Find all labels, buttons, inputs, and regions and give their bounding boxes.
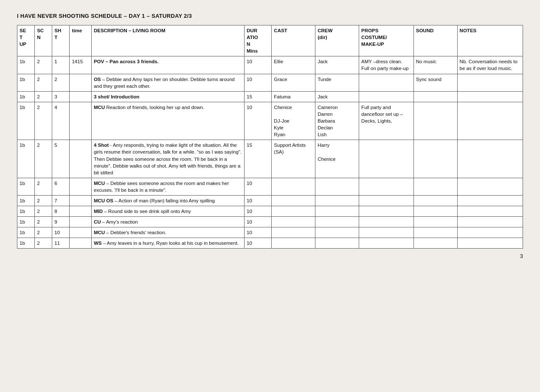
cell-sc-n: 2: [35, 195, 52, 206]
cell-description: MCU OS – Action of man (Ryan) falling in…: [91, 195, 244, 206]
cell-props: Full party and dancefloor set up –Decks,…: [359, 102, 414, 140]
cell-description: MID – Round side to see drink spill onto…: [91, 206, 244, 217]
cell-description: CU – Amy's reaction: [91, 217, 244, 227]
table-row: 1b 2 7 MCU OS – Action of man (Ryan) fal…: [17, 195, 523, 206]
cell-duration: 10: [245, 56, 272, 74]
cell-set-up: 1b: [17, 91, 35, 102]
cell-sc-n: 2: [35, 102, 52, 140]
cell-time: [70, 74, 91, 91]
cell-props: [359, 227, 414, 238]
cell-set-up: 1b: [17, 140, 35, 178]
cell-props: [359, 178, 414, 195]
cell-crew: Tunde: [315, 74, 359, 91]
cell-set-up: 1b: [17, 217, 35, 227]
cell-props: [359, 238, 414, 249]
cell-description: WS – Amy leaves in a hurry, Ryan looks a…: [91, 238, 244, 249]
cell-props: [359, 91, 414, 102]
cell-duration: 10: [245, 217, 272, 227]
cell-cast: Ellie: [272, 56, 315, 74]
cell-time: [70, 238, 91, 249]
table-row: 1b 2 4 MCU Reaction of friends, looking …: [17, 102, 523, 140]
cell-time: [70, 102, 91, 140]
cell-duration: 10: [245, 238, 272, 249]
header-description: DESCRIPTION – LIVING ROOM: [91, 25, 244, 56]
cell-sc-n: 2: [35, 206, 52, 217]
cell-duration: 10: [245, 178, 272, 195]
cell-duration: 15: [245, 140, 272, 178]
page-number: 3: [17, 253, 523, 259]
cell-sound: [413, 238, 457, 249]
cell-sh-t: 7: [52, 195, 70, 206]
cell-time: 1415: [70, 56, 91, 74]
header-sh-t: SHT: [52, 25, 70, 56]
cell-description: MCU Reaction of friends, looking her up …: [91, 102, 244, 140]
cell-notes: [457, 178, 523, 195]
cell-description: MCU – Debbie sees someone across the roo…: [91, 178, 244, 195]
cell-notes: [457, 206, 523, 217]
cell-set-up: 1b: [17, 195, 35, 206]
cell-sc-n: 2: [35, 74, 52, 91]
cell-props: [359, 217, 414, 227]
table-row: 1b 2 2 OS – Debbie and Amy taps her on s…: [17, 74, 523, 91]
cell-set-up: 1b: [17, 56, 35, 74]
cell-description: POV – Pan across 3 friends.: [91, 56, 244, 74]
cell-sound: [413, 206, 457, 217]
cell-crew: HarryChenice: [315, 140, 359, 178]
cell-description: 3 shot/ Introduction: [91, 91, 244, 102]
cell-set-up: 1b: [17, 102, 35, 140]
cell-props: AMY –dress clean. Full on party make-up: [359, 56, 414, 74]
cell-time: [70, 195, 91, 206]
cell-crew: [315, 217, 359, 227]
cell-crew: [315, 206, 359, 217]
cell-set-up: 1b: [17, 227, 35, 238]
cell-sh-t: 6: [52, 178, 70, 195]
cell-cast: CheniceDJ-JoeKyleRyan: [272, 102, 315, 140]
header-sc-n: SCN: [35, 25, 52, 56]
cell-description: 4 Shot - Amy responds, trying to make li…: [91, 140, 244, 178]
cell-notes: [457, 217, 523, 227]
cell-cast: [272, 195, 315, 206]
cell-sound: Sync sound: [413, 74, 457, 91]
cell-duration: 15: [245, 91, 272, 102]
cell-notes: [457, 227, 523, 238]
header-sound: SOUND: [413, 25, 457, 56]
cell-crew: Jack: [315, 56, 359, 74]
cell-sound: [413, 102, 457, 140]
table-row: 1b 2 10 MCU – Debbie's friends' reaction…: [17, 227, 523, 238]
cell-sc-n: 2: [35, 140, 52, 178]
cell-crew: [315, 238, 359, 249]
cell-duration: 10: [245, 227, 272, 238]
cell-sh-t: 5: [52, 140, 70, 178]
cell-crew: CameronDarrenBarbaraDeclanLish: [315, 102, 359, 140]
cell-time: [70, 227, 91, 238]
header-time: time: [70, 25, 91, 56]
table-row: 1b 2 3 3 shot/ Introduction 15 Fatuma Ja…: [17, 91, 523, 102]
cell-crew: [315, 195, 359, 206]
cell-crew: [315, 178, 359, 195]
cell-sc-n: 2: [35, 238, 52, 249]
cell-sound: [413, 227, 457, 238]
page-title: I HAVE NEVER SHOOTING SCHEDULE – DAY 1 –…: [17, 13, 523, 19]
header-set-up: SETUP: [17, 25, 35, 56]
cell-crew: Jack: [315, 91, 359, 102]
table-row: 1b 2 11 WS – Amy leaves in a hurry, Ryan…: [17, 238, 523, 249]
cell-props: [359, 140, 414, 178]
cell-props: [359, 206, 414, 217]
cell-set-up: 1b: [17, 238, 35, 249]
cell-notes: [457, 91, 523, 102]
cell-sh-t: 10: [52, 227, 70, 238]
cell-notes: [457, 102, 523, 140]
cell-time: [70, 206, 91, 217]
cell-sound: No music: [413, 56, 457, 74]
cell-description: OS – Debbie and Amy taps her on shoulder…: [91, 74, 244, 91]
header-props: PROPSCOSTUME/MAKE-UP: [359, 25, 414, 56]
cell-duration: 10: [245, 74, 272, 91]
cell-sh-t: 11: [52, 238, 70, 249]
header-notes: NOTES: [457, 25, 523, 56]
cell-cast: [272, 227, 315, 238]
cell-notes: [457, 140, 523, 178]
cell-props: [359, 74, 414, 91]
table-row: 1b 2 6 MCU – Debbie sees someone across …: [17, 178, 523, 195]
cell-sound: [413, 178, 457, 195]
cell-description: MCU – Debbie's friends' reaction.: [91, 227, 244, 238]
